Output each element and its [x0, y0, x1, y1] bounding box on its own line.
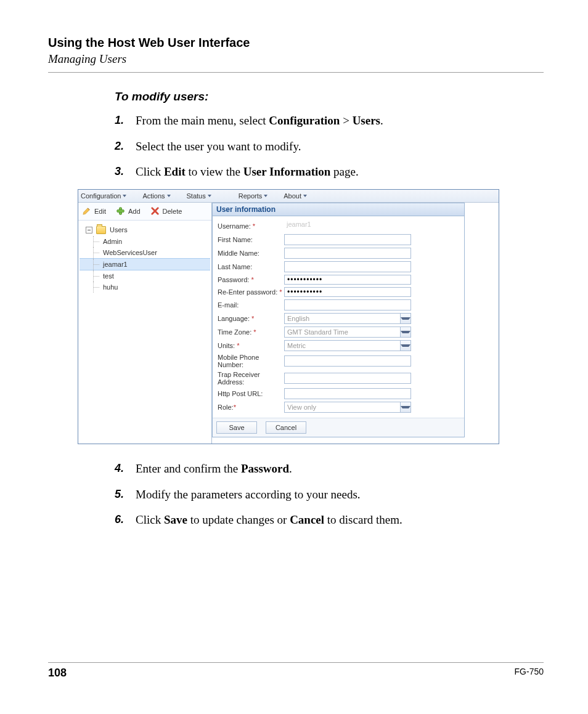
tree-root[interactable]: Users: [80, 224, 210, 236]
step-item: Enter and confirm the Password.: [115, 460, 534, 477]
rule-bottom: [48, 662, 544, 663]
tree-item[interactable]: Admin: [80, 236, 210, 247]
step-item: Click Save to update changes or Cancel t…: [115, 511, 534, 529]
folder-icon: [96, 226, 106, 234]
field-username: Username: * jeamar1: [218, 219, 459, 233]
field-middle-name: Middle Name:: [218, 246, 459, 260]
procedure-title: To modify users:: [115, 90, 534, 103]
user-tree: Users Admin WebServicesUser jeamar1 test…: [78, 221, 211, 296]
field-password: Password: * •••••••••••: [218, 274, 459, 286]
chevron-down-icon: [400, 402, 410, 412]
embedded-screenshot: Configuration Actions Status Reports Abo…: [78, 189, 499, 444]
page-number: 108: [48, 667, 67, 680]
right-pane: User information Username: * jeamar1 Fir…: [212, 203, 499, 444]
svg-rect-1: [117, 210, 124, 213]
left-pane: Edit Add: [78, 203, 212, 444]
rule-top: [48, 72, 544, 73]
email-input[interactable]: [284, 299, 411, 310]
field-trap: Trap Receiver Address:: [218, 370, 459, 387]
button-bar: Save Cancel: [213, 418, 464, 437]
step-item: Select the user you want to modify.: [115, 138, 534, 155]
page-footer: 108 FG-750: [48, 662, 544, 680]
menu-actions[interactable]: Actions: [142, 192, 170, 200]
role-select[interactable]: View only: [284, 402, 411, 413]
doc-id: FG-750: [515, 667, 544, 680]
caret-icon: [303, 195, 307, 197]
menu-reports[interactable]: Reports: [239, 192, 268, 200]
save-button[interactable]: Save: [216, 421, 257, 434]
tree-item[interactable]: huhu: [80, 282, 210, 293]
mobile-input[interactable]: [284, 355, 411, 367]
field-timezone: Time Zone: * GMT Standard Time: [218, 325, 459, 339]
trap-input[interactable]: [284, 373, 411, 384]
units-select[interactable]: Metric: [284, 340, 411, 351]
step-item: Modify the parameters according to your …: [115, 486, 534, 503]
chevron-down-icon: [400, 327, 410, 337]
x-icon: [150, 206, 160, 216]
collapse-icon[interactable]: [86, 227, 92, 233]
tree-item[interactable]: test: [80, 270, 210, 282]
user-info-panel: User information Username: * jeamar1 Fir…: [212, 203, 465, 437]
plus-icon: [116, 206, 125, 216]
toolbar: Edit Add: [78, 203, 211, 221]
field-mobile: Mobile Phone Number:: [218, 352, 459, 370]
caret-icon: [123, 195, 126, 197]
panel-header: User information: [213, 203, 464, 216]
pencil-icon: [82, 206, 91, 216]
field-role: Role:* View only: [218, 400, 459, 414]
tree-item[interactable]: WebServicesUser: [80, 247, 210, 258]
step-item: From the main menu, select Configuration…: [115, 112, 534, 129]
edit-button[interactable]: Edit: [82, 206, 106, 216]
field-last-name: Last Name:: [218, 260, 459, 274]
reenter-password-input[interactable]: •••••••••••: [284, 287, 411, 297]
section-title: Managing Users: [48, 52, 544, 66]
chevron-down-icon: [400, 314, 410, 323]
field-units: Units: * Metric: [218, 339, 459, 352]
delete-button[interactable]: Delete: [150, 206, 182, 216]
caret-icon: [208, 195, 211, 197]
add-button[interactable]: Add: [116, 206, 141, 216]
language-select[interactable]: English: [284, 313, 411, 324]
tree-item-selected[interactable]: jeamar1: [80, 258, 210, 270]
field-reenter-password: Re-Enter password: * •••••••••••: [218, 286, 459, 298]
password-input[interactable]: •••••••••••: [284, 275, 411, 285]
caret-icon: [167, 195, 171, 197]
caret-icon: [264, 195, 267, 197]
cancel-button[interactable]: Cancel: [266, 421, 306, 434]
steps-list-a: From the main menu, select Configuration…: [115, 112, 534, 181]
steps-list-b: Enter and confirm the Password. Modify t…: [115, 460, 534, 529]
http-input[interactable]: [284, 388, 411, 399]
field-http: Http Post URL:: [218, 387, 459, 400]
chevron-down-icon: [400, 341, 410, 351]
step-item: Click Edit to view the User Information …: [115, 163, 534, 181]
menu-status[interactable]: Status: [187, 192, 211, 200]
username-value: jeamar1: [284, 221, 411, 232]
last-name-input[interactable]: [284, 261, 411, 272]
middle-name-input[interactable]: [284, 248, 411, 259]
chapter-title: Using the Host Web User Interface: [48, 36, 544, 50]
field-language: Language: * English: [218, 312, 459, 325]
menu-configuration[interactable]: Configuration: [81, 192, 126, 200]
menu-about[interactable]: About: [284, 192, 307, 200]
timezone-select[interactable]: GMT Standard Time: [284, 327, 411, 338]
field-first-name: First Name:: [218, 233, 459, 246]
first-name-input[interactable]: [284, 234, 411, 245]
menubar: Configuration Actions Status Reports Abo…: [78, 190, 499, 203]
field-email: E-mail:: [218, 298, 459, 312]
